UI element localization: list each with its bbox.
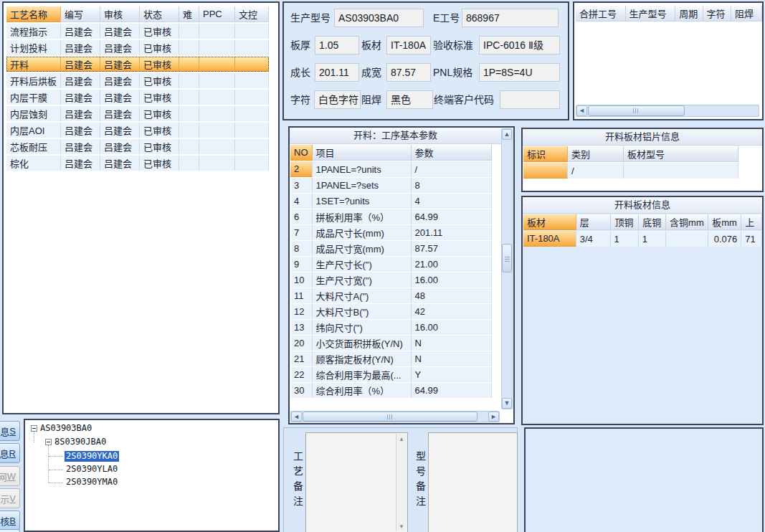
column-header[interactable]: 阻焊 bbox=[731, 6, 762, 22]
material-field[interactable]: IT-180A bbox=[386, 36, 431, 54]
column-header[interactable]: 周期 bbox=[675, 6, 703, 22]
end-customer-field[interactable] bbox=[500, 90, 560, 109]
column-header[interactable]: 参数 bbox=[412, 145, 492, 161]
scrollbar-thumb[interactable] bbox=[303, 412, 477, 422]
param-row[interactable]: 9生产尺寸长(")21.00 bbox=[290, 257, 492, 272]
process-row[interactable]: 计划投料 吕建会 吕建会 已审核 bbox=[6, 40, 269, 55]
process-row-selected[interactable]: 开料 吕建会 吕建会 已审核 bbox=[6, 57, 269, 72]
scroll-down-icon[interactable]: ▼ bbox=[396, 521, 407, 531]
side-button-b[interactable]: 核B bbox=[0, 510, 20, 531]
process-row[interactable]: 流程指示 吕建会 吕建会 已审核 bbox=[6, 24, 269, 39]
process-row[interactable]: 内层蚀刻 吕建会 吕建会 已审核 bbox=[6, 106, 269, 121]
tree-item-child[interactable]: 8S0390JBA0 bbox=[54, 437, 106, 447]
standard-field[interactable]: IPC-6016 Ⅱ级 bbox=[479, 36, 560, 54]
side-button-w[interactable]: 网W bbox=[0, 466, 20, 486]
param-row[interactable]: 21顾客指定板材(Y/N)N bbox=[290, 351, 492, 366]
side-button-change[interactable]: 变 bbox=[0, 529, 20, 532]
scrollbar-thumb[interactable] bbox=[502, 244, 512, 272]
param-row[interactable]: 10生产尺寸宽(")16.00 bbox=[290, 272, 492, 288]
param-row[interactable]: 30综合利用率（%）64.99 bbox=[290, 383, 492, 398]
scroll-right-icon[interactable]: ► bbox=[488, 412, 499, 422]
column-header[interactable]: 底铜 bbox=[639, 214, 666, 230]
column-header[interactable]: 状态 bbox=[140, 6, 179, 22]
params-vertical-scrollbar[interactable]: ▲ ▼ bbox=[501, 128, 513, 409]
process-row[interactable]: 内层AOI 吕建会 吕建会 已审核 bbox=[6, 123, 269, 138]
param-row[interactable]: 41SET=?units4 bbox=[290, 194, 492, 209]
column-header[interactable]: NO bbox=[290, 145, 313, 161]
column-header[interactable]: 难 bbox=[179, 6, 199, 22]
param-row[interactable]: 8成品尺寸宽(mm)87.57 bbox=[290, 241, 492, 256]
tree-collapse-icon[interactable] bbox=[45, 439, 52, 445]
panel-title: 开料：工序基本参数 bbox=[290, 128, 501, 144]
width-label: 成宽 bbox=[361, 63, 381, 82]
sheet-row[interactable]: IT-180A 3/4 1 1 0.076 71 bbox=[523, 231, 762, 247]
params-horizontal-scrollbar[interactable]: ◄ ► bbox=[290, 411, 500, 422]
process-note-textarea[interactable]: ▲ ▼ bbox=[305, 432, 408, 532]
column-header[interactable]: 文控 bbox=[235, 6, 269, 22]
column-header[interactable]: 字符 bbox=[703, 6, 731, 22]
material-label: 板材 bbox=[361, 36, 381, 54]
scroll-left-icon[interactable]: ◄ bbox=[291, 412, 302, 422]
scroll-up-icon[interactable]: ▲ bbox=[502, 129, 512, 140]
model-note-textarea[interactable] bbox=[428, 432, 518, 532]
process-row[interactable]: 棕化 吕建会 吕建会 已审核 bbox=[6, 156, 269, 171]
width-field[interactable]: 87.57 bbox=[386, 63, 431, 82]
column-header[interactable]: 含铜mm bbox=[666, 214, 708, 230]
param-row[interactable]: 7成品尺寸长(mm)201.11 bbox=[290, 225, 492, 240]
param-row[interactable]: 13纬向尺寸(")16.00 bbox=[290, 320, 492, 335]
param-row[interactable]: 21PANEL=?units/ bbox=[290, 161, 492, 177]
column-header[interactable]: 类别 bbox=[568, 146, 624, 162]
scrollbar-thumb[interactable] bbox=[588, 105, 685, 116]
column-header[interactable]: 板mm bbox=[708, 214, 742, 230]
model-field[interactable]: AS03903BA0 bbox=[334, 9, 424, 27]
column-header[interactable]: 审核 bbox=[100, 6, 140, 22]
pnl-spec-field[interactable]: 1P=8S=4U bbox=[479, 63, 560, 82]
sheet-info-panel: 开料板材信息 板材 层 顶铜 底铜 含铜mm 板mm 上 IT-180A 3/4… bbox=[521, 196, 764, 425]
side-button-r[interactable]: 息R bbox=[0, 443, 20, 463]
note-scrollbar[interactable]: ▲ ▼ bbox=[396, 434, 407, 531]
column-header[interactable]: 层 bbox=[576, 214, 611, 230]
column-header[interactable]: PPC bbox=[199, 6, 235, 22]
process-row[interactable]: 开料后烘板 吕建会 吕建会 已审核 bbox=[6, 73, 269, 88]
param-row[interactable]: 22综合利用率为最高(...Y bbox=[290, 367, 492, 382]
column-header[interactable]: 标识 bbox=[523, 146, 568, 162]
column-header[interactable]: 项目 bbox=[313, 145, 412, 161]
ejob-field[interactable]: 868967 bbox=[462, 9, 559, 27]
alum-row[interactable]: / bbox=[523, 163, 738, 179]
process-row[interactable]: 芯板耐压 吕建会 吕建会 已审核 bbox=[6, 139, 269, 154]
column-header[interactable]: 生产型号 bbox=[626, 6, 676, 22]
tree-collapse-icon[interactable] bbox=[31, 425, 37, 432]
solder-mask-field[interactable]: 黑色 bbox=[386, 90, 433, 109]
param-row[interactable]: 11大料尺寸A(")48 bbox=[290, 288, 492, 303]
param-row[interactable]: 31PANEL=?sets8 bbox=[290, 178, 492, 193]
column-header[interactable]: 工艺名称 bbox=[6, 6, 61, 22]
scroll-up-icon[interactable]: ▲ bbox=[396, 434, 407, 444]
param-row[interactable]: 12大料尺寸B(")42 bbox=[290, 304, 492, 319]
column-header[interactable]: 板材型号 bbox=[624, 146, 738, 162]
tree-item-leaf[interactable]: 2S0390YLA0 bbox=[66, 464, 118, 475]
model-note-label: 型号备注 bbox=[413, 451, 427, 511]
scroll-left-icon[interactable]: ◄ bbox=[576, 105, 587, 116]
length-label: 成长 bbox=[290, 63, 310, 82]
column-header[interactable]: 上 bbox=[741, 214, 762, 230]
process-header-row: 工艺名称 编写 审核 状态 难 PPC 文控 bbox=[6, 6, 269, 22]
param-row[interactable]: 6拼板利用率（%）64.99 bbox=[290, 209, 492, 224]
column-header[interactable]: 编写 bbox=[61, 6, 100, 22]
length-field[interactable]: 201.11 bbox=[315, 63, 359, 82]
side-button-v[interactable]: 示V bbox=[0, 488, 20, 508]
column-header[interactable]: 合拼工号 bbox=[576, 6, 626, 22]
tree-item-leaf-selected[interactable]: 2S0390YKA0 bbox=[65, 451, 119, 462]
scroll-down-icon[interactable]: ▼ bbox=[502, 398, 512, 409]
silkscreen-field[interactable]: 白色字符 bbox=[314, 90, 361, 109]
tree-item-root[interactable]: AS03903BA0 bbox=[40, 423, 92, 434]
tree-item-leaf[interactable]: 2S0390YMA0 bbox=[66, 477, 118, 488]
side-button-s[interactable]: 息S bbox=[0, 421, 20, 441]
process-table-panel: 工艺名称 编写 审核 状态 难 PPC 文控 流程指示 吕建会 吕建会 已审核 … bbox=[2, 1, 280, 414]
process-row[interactable]: 内层干膜 吕建会 吕建会 已审核 bbox=[6, 90, 269, 105]
merge-horizontal-scrollbar[interactable]: ◄ bbox=[576, 105, 759, 117]
column-header[interactable]: 板材 bbox=[523, 214, 576, 230]
thickness-field[interactable]: 1.05 bbox=[315, 36, 359, 54]
column-header[interactable]: 顶铜 bbox=[611, 214, 639, 230]
param-row[interactable]: 20小交货面积拼板(Y/N)N bbox=[290, 336, 492, 351]
notes-panel: 工艺备注 ▲ ▼ 型号备注 bbox=[283, 427, 518, 532]
